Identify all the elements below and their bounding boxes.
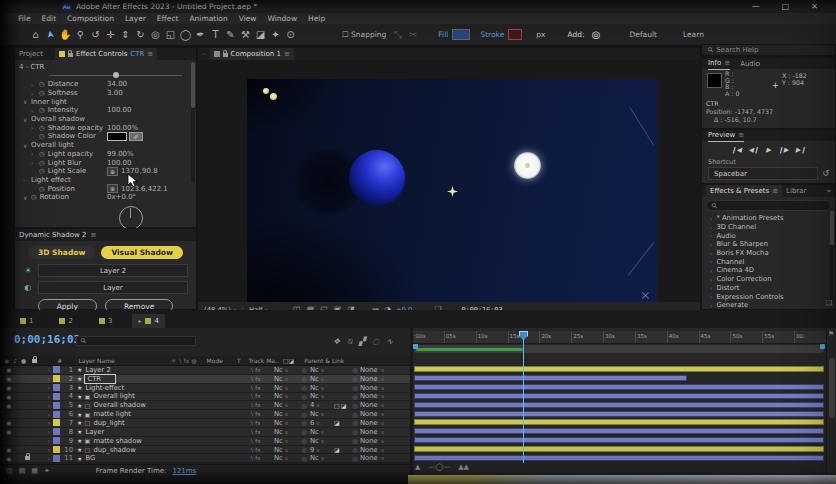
stopwatch-icon[interactable]: ◷ (39, 167, 45, 175)
twirl-icon[interactable]: › (45, 384, 53, 391)
layer-duration-bar[interactable] (414, 402, 824, 408)
workspace-learn-button[interactable]: Learn (683, 30, 704, 39)
layer-duration-bar[interactable] (414, 384, 824, 390)
frame-blend-icon[interactable]: ▞ (359, 337, 365, 347)
effect-controls-scrollbar[interactable] (191, 62, 195, 182)
light-dot-2[interactable] (270, 93, 277, 100)
parent-select[interactable]: None∨ (360, 375, 410, 383)
panel-menu-icon[interactable]: ≡ (738, 131, 744, 139)
help-search-field[interactable]: ⚲ Search Help (701, 44, 836, 56)
tab-effects-presets[interactable]: Effects & Presets ≡ (706, 185, 782, 197)
shadow-layer-select[interactable]: Layer (38, 281, 188, 294)
blue-sphere[interactable] (349, 150, 405, 206)
close-button[interactable]: ✕ (811, 2, 818, 11)
effect-property-row[interactable]: ◷ Position ✐ ⊕ 1023.6,422.1 (15, 184, 196, 193)
fx-badge[interactable]: ∖ fx (250, 411, 274, 417)
audio-column-icon[interactable]: ♪ (13, 357, 17, 364)
property-value[interactable]: 100.00 (107, 159, 133, 167)
stopwatch-icon[interactable]: ◷ (39, 80, 45, 88)
camera-dolly-tool-icon[interactable]: ⇕ (118, 29, 133, 40)
timeline-layer-row[interactable]: ◉ › 11 ★ BG ∖ fx Nc∨ ◎ Nc∨ ◎ None∨ (0, 454, 410, 463)
effects-category-item[interactable]: Boris FX Mocha (702, 249, 835, 258)
parent-pickwhip-icon[interactable]: ◎ (350, 446, 360, 453)
label-color-swatch[interactable] (53, 366, 60, 373)
value-text[interactable]: 100.00% (107, 124, 138, 132)
twirl-icon[interactable]: › (45, 428, 53, 435)
parent-link-header[interactable]: Parent & Link (304, 357, 344, 364)
composition-viewer[interactable] (198, 60, 700, 302)
motion-blur-icon[interactable]: ◌ (372, 337, 379, 347)
label-color-swatch[interactable] (53, 402, 60, 409)
layer-duration-bar[interactable] (414, 393, 824, 399)
parent-pickwhip-icon[interactable]: ◎ (350, 393, 360, 400)
marker-icon[interactable]: ⚑ (828, 330, 834, 338)
panel-menu-icon[interactable]: ≡ (284, 50, 290, 58)
stroke-color-swatch[interactable] (508, 29, 522, 40)
value-text[interactable]: 34.00 (107, 80, 127, 88)
twirl-icon[interactable]: › (45, 393, 53, 400)
label-color-swatch[interactable] (53, 384, 60, 391)
timeline-layer-row[interactable]: ◉ › 5 ★ □ Overall shadow ∖ fx Nc∨ ◎ 4∨ □… (0, 401, 410, 410)
timeline-zoom-controls[interactable]: ▲ —◯— ▲▲ (415, 463, 469, 471)
layer-name[interactable]: matte shadow (93, 437, 142, 445)
preserve-transparency-icon[interactable]: ◎ (298, 393, 310, 400)
timeline-comp-tab[interactable]: 2 (53, 314, 78, 328)
scrollbar-thumb[interactable] (829, 358, 835, 418)
trkmat-select[interactable]: Nc∨ (310, 454, 334, 462)
twirl-icon[interactable]: ∨ (23, 116, 28, 123)
preserve-transparency-icon[interactable]: ◎ (298, 446, 310, 453)
fx-badge[interactable]: ∖ fx (250, 438, 274, 444)
layer-duration-bar[interactable] (414, 419, 824, 425)
crossover-icon[interactable]: ✂ (405, 29, 420, 40)
visual-shadow-button[interactable]: Visual Shadow (101, 246, 183, 259)
fill-label[interactable]: Fill (438, 30, 448, 39)
label-color-swatch[interactable] (53, 446, 60, 453)
mode-select[interactable]: Nc∨ (274, 410, 298, 418)
fx-badge[interactable]: ∖ fx (250, 455, 274, 461)
effects-category-item[interactable]: Channel (702, 257, 835, 266)
property-value[interactable]: 0x+0.0° (107, 193, 137, 201)
timeline-comp-tab[interactable]: 3 (93, 314, 118, 328)
dynamic-shadow-title[interactable]: Dynamic Shadow 2 (19, 231, 86, 239)
hand-tool-icon[interactable]: ✋ (58, 29, 73, 40)
property-value[interactable]: 99.00% (107, 150, 135, 158)
roto-brush-tool-icon[interactable]: ✦ (268, 29, 283, 40)
twirl-icon[interactable]: › (45, 375, 53, 382)
trkmat-select[interactable]: 6∨ (310, 419, 334, 427)
timeline-layer-row[interactable]: ◉ › 10 ★ □ dup_shadow ∖ fx Nc∨ ◎ 9∨ ◪ ◎ … (0, 446, 410, 455)
pick-whip-icon[interactable]: ⊕ (107, 184, 118, 193)
orbit-tool-icon[interactable]: ◎ (148, 29, 163, 40)
property-value[interactable]: 3.00 (107, 89, 124, 97)
lock-icon[interactable] (223, 53, 228, 57)
layer-name[interactable]: CTR (85, 375, 115, 383)
preserve-transparency-icon[interactable]: ◎ (298, 411, 310, 418)
layer-name[interactable]: dup_shadow (93, 446, 135, 454)
twirl-icon[interactable]: › (45, 437, 53, 444)
trkmat-select[interactable]: Nc∨ (310, 384, 334, 392)
mode-select[interactable]: Nc∨ (274, 446, 298, 454)
effect-scroll-slider[interactable] (49, 73, 182, 79)
effects-category-item[interactable]: Cinema 4D (702, 266, 835, 275)
timeline-layer-row[interactable]: ◉ › 4 ★ ▣ Overall light ∖ fx Nc∨ ◎ Nc∨ ◎… (0, 393, 410, 402)
solo-column-icon[interactable]: ● (21, 357, 26, 364)
twirl-icon[interactable]: ∨ (23, 142, 28, 149)
twirl-icon[interactable]: › (31, 90, 36, 97)
timeline-layer-row[interactable]: ◉ › 3 ★ Light-effect ∖ fx Nc∨ ◎ Nc∨ ◎ No… (0, 384, 410, 393)
tab-audio[interactable]: Audio (740, 60, 760, 68)
rotation-tool-icon[interactable]: ↻ (133, 29, 148, 40)
eye-icon[interactable]: ◉ (4, 384, 13, 391)
twirl-icon[interactable]: › (23, 176, 28, 183)
property-value[interactable]: ⊕ 1023.6,422.1 (107, 184, 169, 193)
effect-property-row[interactable]: ◷ Light Scale ✐ ⊕ 1370 ,90.8 (15, 167, 196, 176)
parent-pickwhip-icon[interactable]: ◎ (350, 402, 360, 409)
mode-header[interactable]: Mode (207, 357, 223, 364)
effect-property-row[interactable]: ∨ ◷ Rotation ✐ 0x+0.0° (15, 193, 196, 202)
eye-icon[interactable]: ◉ (4, 393, 13, 400)
zoom-tool-icon[interactable]: ⚲ (73, 29, 88, 40)
shortcut-select[interactable]: Spacebar (708, 167, 818, 180)
twirl-icon[interactable]: › (31, 81, 36, 88)
mode-select[interactable]: Nc∨ (274, 384, 298, 392)
brush-tool-icon[interactable]: ✎ (223, 29, 238, 40)
stopwatch-icon[interactable]: ◷ (39, 159, 45, 167)
puppet-pin-tool-icon[interactable]: ⊙ (283, 29, 298, 40)
